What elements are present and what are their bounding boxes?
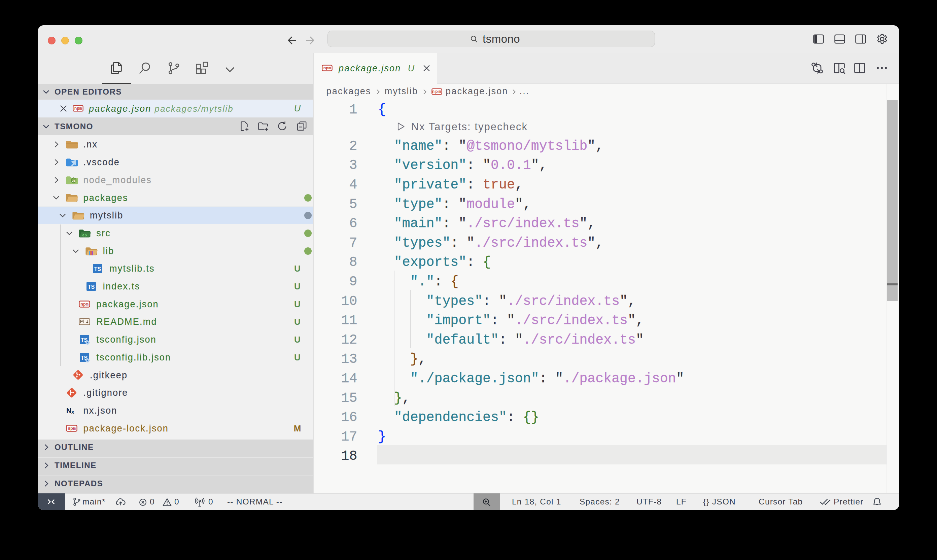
svg-text:N: N bbox=[66, 406, 71, 414]
svg-text:npm: npm bbox=[68, 426, 76, 431]
svg-text:TS: TS bbox=[88, 284, 95, 290]
svg-text:JS: JS bbox=[72, 179, 75, 182]
svg-text:npm: npm bbox=[323, 66, 331, 71]
svg-text:TS: TS bbox=[94, 266, 101, 272]
svg-text:x: x bbox=[71, 409, 74, 415]
svg-text:npm: npm bbox=[432, 89, 442, 94]
svg-text:npm: npm bbox=[80, 302, 89, 307]
svg-text:npm: npm bbox=[74, 106, 82, 111]
